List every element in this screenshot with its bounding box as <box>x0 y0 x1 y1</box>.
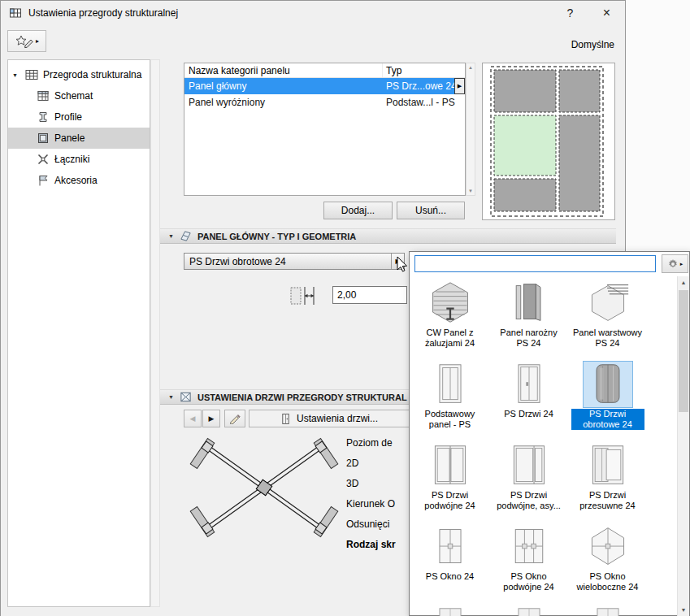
popup-scrollbar[interactable]: ▲ ▼ <box>677 276 689 616</box>
settings-gear-button[interactable]: ▸ <box>662 254 688 273</box>
collapse-arrow-icon[interactable]: ▼ <box>168 394 174 400</box>
catalog-item-ps-drzwi-obrotowe-24[interactable]: PS Drzwi obrotowe 24 <box>568 358 647 439</box>
catalog-item-ps-drzwi-podwójne-24[interactable]: PS Drzwi podwójne 24 <box>410 439 489 520</box>
sliding-door-icon <box>583 442 633 489</box>
door-icon <box>504 361 554 408</box>
section-main-panel-header[interactable]: ▼ PANEL GŁÓWNY - TYP I GEOMETRIA <box>160 228 616 244</box>
layered-panel-icon <box>583 280 633 327</box>
back-button[interactable]: ◀ <box>184 410 202 427</box>
poly-window-icon <box>583 523 633 570</box>
catalog-item-partial-14[interactable] <box>568 601 647 616</box>
thickness-dimension-icon <box>289 285 316 306</box>
revolving-door-icon <box>583 361 633 408</box>
scroll-up-icon[interactable]: ▲ <box>467 65 475 70</box>
thickness-input[interactable] <box>332 286 407 304</box>
dropdown-arrow-icon[interactable]: ▶ <box>391 254 404 269</box>
catalog-item-panel-warstwowy-ps-24[interactable]: Panel warstwowy PS 24 <box>568 276 647 358</box>
tab-label: Ustawienia drzwi... <box>297 413 378 424</box>
window-icon <box>425 523 475 570</box>
dropdown-value: PS Drzwi obrotowe 24 <box>184 254 391 269</box>
catalog-item-ps-drzwi-podwójne-asy[interactable]: PS Drzwi podwójne, asy... <box>489 439 568 520</box>
table-scrollbar[interactable]: ▲ ▼ <box>466 63 475 196</box>
table-body: Panel głównyPS Drz...owe 24▶Panel wyróżn… <box>184 78 465 111</box>
tree-expand-icon[interactable]: ▼ <box>12 72 20 78</box>
catalog-item-cw-panel-z-żaluzjami-24[interactable]: CW Panel z żaluzjami 24 <box>410 276 489 358</box>
catalog-item-ps-okno-podwójne-24[interactable]: PS Okno podwójne 24 <box>489 520 568 601</box>
catalog-item-label: PS Drzwi podwójne 24 <box>414 490 487 511</box>
cell-name: Panel główny <box>184 80 383 92</box>
door-settings-tab[interactable]: Ustawienia drzwi... <box>249 410 410 427</box>
catalog-item-partial-12[interactable] <box>410 601 489 616</box>
catalog-item-label: Panel narożny PS 24 <box>493 328 566 349</box>
remove-button[interactable]: Usuń... <box>397 202 465 219</box>
scroll-thumb[interactable] <box>679 290 688 412</box>
gear-icon <box>667 258 679 270</box>
basic-panel-icon <box>425 361 475 408</box>
catalog-item-ps-drzwi-24[interactable]: PS Drzwi 24 <box>489 358 568 439</box>
scroll-down-icon[interactable]: ▼ <box>467 189 475 193</box>
curtain-wall-preview <box>482 63 615 220</box>
catalog-item-ps-okno-24[interactable]: PS Okno 24 <box>410 520 489 601</box>
catalog-item-label: PS Okno wieloboczne 24 <box>571 571 644 592</box>
partial-panel-icon <box>504 605 554 616</box>
add-button[interactable]: Dodaj... <box>323 202 393 219</box>
sidebar-scrollbar[interactable] <box>150 59 160 607</box>
double-door-icon <box>425 442 475 489</box>
door-icon <box>280 413 291 425</box>
close-button[interactable]: × <box>588 1 625 25</box>
sidebar-item-przegroda-strukturalna[interactable]: ▼Przegroda strukturalna <box>8 64 150 85</box>
double-door-asym-icon <box>504 442 554 489</box>
table-row-panel-wyróżniony[interactable]: Panel wyróżnionyPodstaw...l - PS <box>184 94 465 111</box>
column-header-name: Nazwa kategorii panelu <box>184 63 383 77</box>
catalog-item-ps-drzwi-przesuwne-24[interactable]: PS Drzwi przesuwne 24 <box>568 439 647 520</box>
catalog-item-podstawowy-panel-ps[interactable]: Podstawowy panel - PS <box>410 358 489 439</box>
titlebar: Ustawienia przegrody strukturalnej ? × <box>1 1 625 25</box>
catalog-grid: CW Panel z żaluzjami 24Panel narożny PS … <box>410 276 677 616</box>
panel-geometry-icon <box>180 230 192 242</box>
panel-type-dropdown[interactable]: PS Drzwi obrotowe 24 ▶ <box>184 253 405 270</box>
catalog-item-partial-13[interactable] <box>489 601 568 616</box>
window-title: Ustawienia przegrody strukturalnej <box>28 7 178 19</box>
forward-button[interactable]: ▶ <box>202 410 220 427</box>
panel-icon <box>37 132 50 145</box>
caret-icon: ▸ <box>36 37 39 45</box>
scroll-up-icon[interactable]: ▲ <box>678 276 689 288</box>
catalog-item-label: PS Okno podwójne 24 <box>493 571 566 592</box>
sidebar-item-schemat[interactable]: Schemat <box>8 85 150 106</box>
catalog-item-label: CW Panel z żaluzjami 24 <box>414 328 487 349</box>
section-title: PANEL GŁÓWNY - TYP I GEOMETRIA <box>197 232 356 241</box>
partial-panel-icon <box>425 605 475 616</box>
app-icon <box>9 7 22 20</box>
favorites-button[interactable]: ▸ <box>7 30 46 52</box>
catalog-item-label: Panel warstwowy PS 24 <box>571 328 644 349</box>
sidebar-item-panele[interactable]: Panele <box>8 128 150 149</box>
sidebar-item-profile[interactable]: Profile <box>8 106 150 128</box>
help-button[interactable]: ? <box>552 1 588 25</box>
sidebar-item-label: Schemat <box>54 90 93 102</box>
catalog-item-label: Podstawowy panel - PS <box>414 409 487 430</box>
catalog-item-label: PS Drzwi obrotowe 24 <box>571 409 644 430</box>
sidebar-item-label: Akcesoria <box>54 175 98 186</box>
sidebar-item-label: Profile <box>54 111 82 123</box>
hex-louver-icon <box>425 280 475 327</box>
double-window-icon <box>504 523 554 570</box>
scroll-down-icon[interactable]: ▼ <box>678 604 689 616</box>
connector-icon <box>37 153 50 166</box>
collapse-arrow-icon[interactable]: ▼ <box>168 233 174 239</box>
cell-type: PS Drz...owe 24 <box>383 80 454 92</box>
pencil-icon <box>229 413 241 424</box>
schema-icon <box>37 89 50 102</box>
accessory-icon <box>37 174 50 187</box>
catalog-item-panel-narożny-ps-24[interactable]: Panel narożny PS 24 <box>489 276 568 358</box>
catalog-item-ps-okno-wieloboczne-24[interactable]: PS Okno wieloboczne 24 <box>568 520 647 601</box>
panel-category-table: Nazwa kategorii panelu Typ Panel głównyP… <box>184 63 466 196</box>
sidebar-item-label: Panele <box>54 132 85 144</box>
defaults-label: Domyślne <box>571 39 614 50</box>
type-flyout-button[interactable]: ▶ <box>454 78 465 94</box>
favorites-star-pen-icon <box>15 34 34 49</box>
search-input[interactable] <box>414 255 656 272</box>
transfer-settings-button[interactable] <box>224 410 245 427</box>
table-row-panel-główny[interactable]: Panel głównyPS Drz...owe 24▶ <box>184 78 465 94</box>
sidebar-item-łączniki[interactable]: Łączniki <box>8 149 150 170</box>
sidebar-item-akcesoria[interactable]: Akcesoria <box>8 170 150 191</box>
